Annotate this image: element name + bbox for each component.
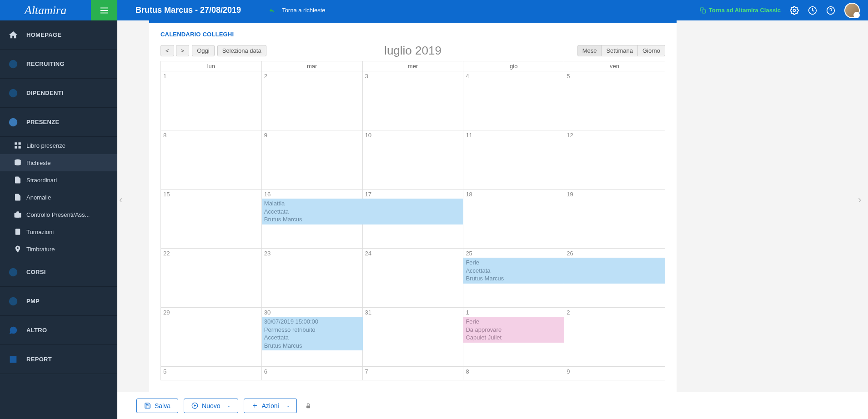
calendar-panel: CALENDARIO COLLEGHI < > Oggi Seleziona d… — [149, 20, 677, 392]
calendar-cell[interactable]: 8 — [161, 130, 262, 189]
new-button[interactable]: Nuovo — [184, 399, 238, 413]
sidebar-item-homepage[interactable]: HOMEPAGE — [0, 20, 117, 50]
cal-pick-date[interactable]: Seleziona data — [217, 45, 266, 56]
sidebar-item-corsi[interactable]: CORSI — [0, 258, 117, 287]
sidebar-sub-libro[interactable]: Libro presenze — [0, 137, 117, 154]
calendar-cell[interactable]: 5 — [161, 366, 262, 380]
chat-icon — [8, 325, 18, 335]
avatar[interactable] — [844, 3, 860, 18]
calendar-cell[interactable]: 6 — [262, 366, 363, 380]
sidebar-item-label: REPORT — [26, 356, 52, 363]
calendar-cell[interactable]: 10 — [363, 130, 464, 189]
sidebar-sub-label: Straordinari — [26, 177, 57, 184]
sidebar-sub-richieste[interactable]: Richieste — [0, 154, 117, 171]
sidebar-item-report[interactable]: REPORT — [0, 345, 117, 374]
calendar-cell[interactable]: 9 — [262, 130, 363, 189]
save-button[interactable]: Salva — [136, 399, 178, 413]
calendar-cell[interactable]: 8 — [463, 366, 564, 380]
svg-rect-11 — [15, 142, 17, 145]
hamburger-icon — [99, 5, 109, 15]
calendar-cell[interactable]: 29 — [161, 307, 262, 366]
sidebar-sub-timbrature[interactable]: Timbrature — [0, 240, 117, 258]
sidebar-item-recruiting[interactable]: RECRUITING — [0, 50, 117, 79]
sidebar-sub-controllo[interactable]: Controllo Presenti/Ass... — [0, 206, 117, 223]
event-permesso[interactable]: 30/07/2019 15:00:00 Permesso retribuito … — [262, 317, 363, 350]
calendar-cell[interactable]: 23 — [262, 248, 363, 307]
sidebar-item-altro[interactable]: ALTRO — [0, 316, 117, 345]
actions-button[interactable]: Azioni — [244, 399, 297, 413]
gear-icon[interactable] — [790, 6, 799, 15]
day-header: mar — [262, 61, 363, 71]
copy-icon — [700, 7, 706, 14]
globe-icon — [8, 117, 18, 127]
sidebar-item-label: RECRUITING — [26, 60, 65, 67]
cal-prev[interactable]: < — [161, 45, 174, 56]
panel-prev[interactable]: ‹ — [119, 191, 128, 209]
calendar-cell[interactable]: 22 — [161, 248, 262, 307]
reply-icon — [268, 7, 276, 14]
view-week[interactable]: Settimana — [601, 45, 638, 56]
plus-circle-icon — [191, 402, 198, 409]
help-icon[interactable] — [826, 6, 835, 15]
sidebar-sub-turnazioni[interactable]: Turnazioni — [0, 223, 117, 240]
calendar-cell[interactable]: 18 — [463, 189, 564, 248]
calendar-title: luglio 2019 — [384, 44, 442, 58]
sidebar-item-dipendenti[interactable]: DIPENDENTI — [0, 79, 117, 108]
day-header: mer — [363, 61, 464, 71]
logo[interactable]: Altamira — [0, 0, 91, 20]
svg-point-18 — [17, 247, 19, 249]
calendar-cell[interactable]: 3 — [363, 71, 464, 130]
day-header: gio — [463, 61, 564, 71]
sidebar-sub-anomalie[interactable]: Anomalie — [0, 189, 117, 206]
sidebar-item-presenze[interactable]: PRESENZE — [0, 108, 117, 137]
header: Altamira Brutus Marcus - 27/08/2019 Torn… — [0, 0, 868, 20]
view-month[interactable]: Mese — [577, 45, 602, 56]
classic-link[interactable]: Torna ad Altamira Classic — [700, 7, 781, 14]
panel-accent — [149, 20, 677, 23]
calendar-cell[interactable]: 4 — [463, 71, 564, 130]
sidebar-item-pmp[interactable]: PMP — [0, 287, 117, 316]
file-icon — [14, 176, 22, 184]
home-icon — [8, 30, 18, 40]
file-icon — [14, 193, 22, 201]
panel-next[interactable]: › — [858, 191, 867, 209]
classic-link-label: Torna ad Altamira Classic — [709, 7, 781, 14]
calendar-cell[interactable]: 2 — [262, 71, 363, 130]
calendar-cell[interactable]: 24 — [363, 248, 464, 307]
pin-icon — [14, 245, 22, 253]
actions-label: Azioni — [262, 402, 279, 409]
sidebar-item-label: HOMEPAGE — [26, 31, 61, 38]
calendar-cell[interactable]: 15 — [161, 189, 262, 248]
calendar-cell[interactable]: 9 — [564, 366, 665, 380]
view-day[interactable]: Giorno — [637, 45, 665, 56]
calendar-cell[interactable]: 7 — [363, 366, 464, 380]
sidebar-item-label: CORSI — [26, 269, 46, 275]
svg-point-9 — [9, 89, 17, 97]
sidebar-sub-straordinari[interactable]: Straordinari — [0, 171, 117, 189]
back-link[interactable]: Torna a richieste — [268, 7, 325, 14]
event-malattia[interactable]: Malattia Accettata Brutus Marcus — [262, 199, 464, 224]
calendar-cell[interactable]: 11 — [463, 130, 564, 189]
calendar-cell[interactable]: 19 — [564, 189, 665, 248]
svg-point-8 — [9, 60, 17, 68]
menu-toggle[interactable] — [91, 0, 117, 20]
calendar-cell[interactable]: 2 — [564, 307, 665, 366]
calendar-cell[interactable]: 1 — [161, 71, 262, 130]
calendar-cell[interactable]: 5 — [564, 71, 665, 130]
calendar-cell[interactable]: 31 — [363, 307, 464, 366]
globe-icon — [8, 88, 18, 98]
action-bar: Salva Nuovo Azioni — [117, 392, 868, 419]
event-ferie-pending[interactable]: Ferie Da approvare Capulet Juliet — [463, 317, 564, 343]
event-ferie[interactable]: Ferie Accettata Brutus Marcus — [463, 258, 665, 284]
sidebar-sub-label: Turnazioni — [26, 229, 54, 235]
globe-icon — [8, 267, 18, 277]
day-header: lun — [161, 61, 262, 71]
lock-icon — [305, 402, 311, 409]
cal-today[interactable]: Oggi — [192, 45, 214, 56]
sidebar-sub-label: Timbrature — [26, 246, 55, 253]
cal-next[interactable]: > — [176, 45, 190, 56]
calendar-cell[interactable]: 12 — [564, 130, 665, 189]
calendar-toolbar: < > Oggi Seleziona data luglio 2019 Mese… — [161, 45, 665, 56]
clock-icon[interactable] — [808, 6, 817, 15]
svg-rect-13 — [15, 146, 17, 149]
